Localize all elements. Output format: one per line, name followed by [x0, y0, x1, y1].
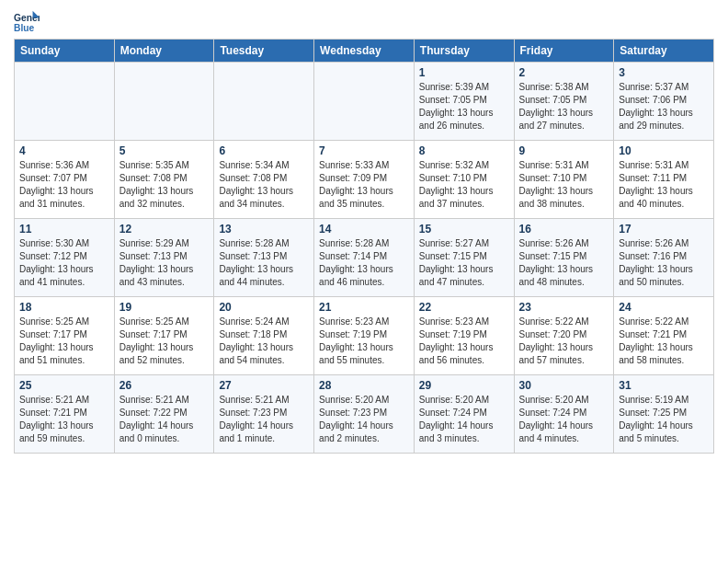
calendar-cell: 21Sunrise: 5:23 AM Sunset: 7:19 PM Dayli… — [314, 297, 415, 375]
day-info: Sunrise: 5:34 AM Sunset: 7:08 PM Dayligh… — [219, 159, 309, 211]
day-number: 8 — [419, 144, 509, 157]
day-number: 11 — [19, 223, 109, 236]
calendar-cell: 18Sunrise: 5:25 AM Sunset: 7:17 PM Dayli… — [15, 297, 115, 375]
day-info: Sunrise: 5:36 AM Sunset: 7:07 PM Dayligh… — [19, 159, 109, 211]
day-info: Sunrise: 5:20 AM Sunset: 7:23 PM Dayligh… — [319, 394, 409, 445]
calendar-cell: 15Sunrise: 5:27 AM Sunset: 7:15 PM Dayli… — [414, 219, 514, 297]
calendar-cell: 7Sunrise: 5:33 AM Sunset: 7:09 PM Daylig… — [314, 141, 415, 219]
day-number: 27 — [219, 379, 309, 392]
calendar-cell — [214, 63, 314, 141]
day-number: 24 — [619, 301, 709, 314]
day-number: 12 — [119, 223, 210, 236]
calendar-cell: 1Sunrise: 5:39 AM Sunset: 7:05 PM Daylig… — [414, 63, 514, 141]
day-info: Sunrise: 5:38 AM Sunset: 7:05 PM Dayligh… — [519, 81, 609, 132]
calendar-cell: 25Sunrise: 5:21 AM Sunset: 7:21 PM Dayli… — [15, 375, 115, 454]
logo-icon: General Blue — [14, 9, 40, 35]
day-info: Sunrise: 5:37 AM Sunset: 7:06 PM Dayligh… — [619, 81, 709, 132]
calendar-cell: 29Sunrise: 5:20 AM Sunset: 7:24 PM Dayli… — [414, 375, 514, 454]
day-number: 15 — [419, 223, 509, 236]
day-number: 21 — [319, 301, 409, 314]
calendar-table: SundayMondayTuesdayWednesdayThursdayFrid… — [14, 39, 714, 454]
day-number: 7 — [319, 144, 409, 157]
day-info: Sunrise: 5:26 AM Sunset: 7:16 PM Dayligh… — [619, 237, 709, 289]
day-number: 10 — [619, 144, 709, 157]
day-number: 26 — [119, 379, 210, 392]
calendar-cell: 10Sunrise: 5:31 AM Sunset: 7:11 PM Dayli… — [614, 141, 714, 219]
calendar-cell: 12Sunrise: 5:29 AM Sunset: 7:13 PM Dayli… — [114, 219, 214, 297]
calendar-week-row: 25Sunrise: 5:21 AM Sunset: 7:21 PM Dayli… — [15, 375, 714, 454]
day-info: Sunrise: 5:33 AM Sunset: 7:09 PM Dayligh… — [319, 159, 409, 211]
calendar-cell: 26Sunrise: 5:21 AM Sunset: 7:22 PM Dayli… — [114, 375, 214, 454]
day-info: Sunrise: 5:20 AM Sunset: 7:24 PM Dayligh… — [519, 394, 609, 445]
calendar-cell: 3Sunrise: 5:37 AM Sunset: 7:06 PM Daylig… — [614, 63, 714, 141]
weekday-header-cell: Thursday — [414, 40, 514, 63]
day-info: Sunrise: 5:32 AM Sunset: 7:10 PM Dayligh… — [419, 159, 509, 211]
day-info: Sunrise: 5:30 AM Sunset: 7:12 PM Dayligh… — [19, 237, 109, 289]
day-info: Sunrise: 5:21 AM Sunset: 7:21 PM Dayligh… — [19, 394, 109, 445]
weekday-header-row: SundayMondayTuesdayWednesdayThursdayFrid… — [15, 40, 714, 63]
calendar-cell: 22Sunrise: 5:23 AM Sunset: 7:19 PM Dayli… — [414, 297, 514, 375]
calendar-cell: 27Sunrise: 5:21 AM Sunset: 7:23 PM Dayli… — [214, 375, 314, 454]
weekday-header-cell: Saturday — [614, 40, 714, 63]
calendar-cell: 2Sunrise: 5:38 AM Sunset: 7:05 PM Daylig… — [514, 63, 614, 141]
day-number: 30 — [519, 379, 609, 392]
day-info: Sunrise: 5:21 AM Sunset: 7:22 PM Dayligh… — [119, 394, 210, 445]
day-number: 25 — [19, 379, 109, 392]
svg-text:Blue: Blue — [14, 23, 35, 33]
day-info: Sunrise: 5:19 AM Sunset: 7:25 PM Dayligh… — [619, 394, 709, 445]
day-number: 2 — [519, 66, 609, 79]
calendar-cell: 23Sunrise: 5:22 AM Sunset: 7:20 PM Dayli… — [514, 297, 614, 375]
calendar-week-row: 11Sunrise: 5:30 AM Sunset: 7:12 PM Dayli… — [15, 219, 714, 297]
day-number: 14 — [319, 223, 409, 236]
calendar-cell: 4Sunrise: 5:36 AM Sunset: 7:07 PM Daylig… — [15, 141, 115, 219]
calendar-week-row: 4Sunrise: 5:36 AM Sunset: 7:07 PM Daylig… — [15, 141, 714, 219]
calendar-cell: 14Sunrise: 5:28 AM Sunset: 7:14 PM Dayli… — [314, 219, 415, 297]
day-info: Sunrise: 5:22 AM Sunset: 7:21 PM Dayligh… — [619, 316, 709, 367]
day-number: 4 — [19, 144, 109, 157]
weekday-header-cell: Sunday — [15, 40, 115, 63]
calendar-cell: 28Sunrise: 5:20 AM Sunset: 7:23 PM Dayli… — [314, 375, 415, 454]
calendar-cell: 24Sunrise: 5:22 AM Sunset: 7:21 PM Dayli… — [614, 297, 714, 375]
calendar-cell: 5Sunrise: 5:35 AM Sunset: 7:08 PM Daylig… — [114, 141, 214, 219]
calendar-cell: 16Sunrise: 5:26 AM Sunset: 7:15 PM Dayli… — [514, 219, 614, 297]
calendar-cell: 19Sunrise: 5:25 AM Sunset: 7:17 PM Dayli… — [114, 297, 214, 375]
day-number: 18 — [19, 301, 109, 314]
day-number: 6 — [219, 144, 309, 157]
calendar-week-row: 1Sunrise: 5:39 AM Sunset: 7:05 PM Daylig… — [15, 63, 714, 141]
day-info: Sunrise: 5:35 AM Sunset: 7:08 PM Dayligh… — [119, 159, 210, 211]
day-number: 5 — [119, 144, 210, 157]
day-info: Sunrise: 5:23 AM Sunset: 7:19 PM Dayligh… — [419, 316, 509, 367]
day-number: 20 — [219, 301, 309, 314]
weekday-header-cell: Friday — [514, 40, 614, 63]
day-info: Sunrise: 5:25 AM Sunset: 7:17 PM Dayligh… — [19, 316, 109, 367]
calendar-cell: 17Sunrise: 5:26 AM Sunset: 7:16 PM Dayli… — [614, 219, 714, 297]
weekday-header-cell: Tuesday — [214, 40, 314, 63]
day-number: 29 — [419, 379, 509, 392]
day-number: 28 — [319, 379, 409, 392]
calendar-cell — [314, 63, 415, 141]
day-info: Sunrise: 5:28 AM Sunset: 7:13 PM Dayligh… — [219, 237, 309, 289]
calendar-cell — [114, 63, 214, 141]
calendar-cell: 20Sunrise: 5:24 AM Sunset: 7:18 PM Dayli… — [214, 297, 314, 375]
day-info: Sunrise: 5:31 AM Sunset: 7:11 PM Dayligh… — [619, 159, 709, 211]
day-number: 23 — [519, 301, 609, 314]
calendar-cell: 31Sunrise: 5:19 AM Sunset: 7:25 PM Dayli… — [614, 375, 714, 454]
day-info: Sunrise: 5:39 AM Sunset: 7:05 PM Dayligh… — [419, 81, 509, 132]
weekday-header-cell: Wednesday — [314, 40, 415, 63]
day-info: Sunrise: 5:20 AM Sunset: 7:24 PM Dayligh… — [419, 394, 509, 445]
calendar-cell: 6Sunrise: 5:34 AM Sunset: 7:08 PM Daylig… — [214, 141, 314, 219]
day-info: Sunrise: 5:25 AM Sunset: 7:17 PM Dayligh… — [119, 316, 210, 367]
calendar-body: 1Sunrise: 5:39 AM Sunset: 7:05 PM Daylig… — [15, 63, 714, 454]
day-info: Sunrise: 5:24 AM Sunset: 7:18 PM Dayligh… — [219, 316, 309, 367]
day-number: 17 — [619, 223, 709, 236]
day-info: Sunrise: 5:27 AM Sunset: 7:15 PM Dayligh… — [419, 237, 509, 289]
day-number: 1 — [419, 66, 509, 79]
logo: General Blue — [14, 9, 43, 35]
day-number: 16 — [519, 223, 609, 236]
day-info: Sunrise: 5:23 AM Sunset: 7:19 PM Dayligh… — [319, 316, 409, 367]
day-number: 22 — [419, 301, 509, 314]
page-container: General Blue SundayMondayTuesdayWednesda… — [0, 0, 728, 467]
calendar-cell: 13Sunrise: 5:28 AM Sunset: 7:13 PM Dayli… — [214, 219, 314, 297]
calendar-cell: 11Sunrise: 5:30 AM Sunset: 7:12 PM Dayli… — [15, 219, 115, 297]
calendar-cell: 30Sunrise: 5:20 AM Sunset: 7:24 PM Dayli… — [514, 375, 614, 454]
